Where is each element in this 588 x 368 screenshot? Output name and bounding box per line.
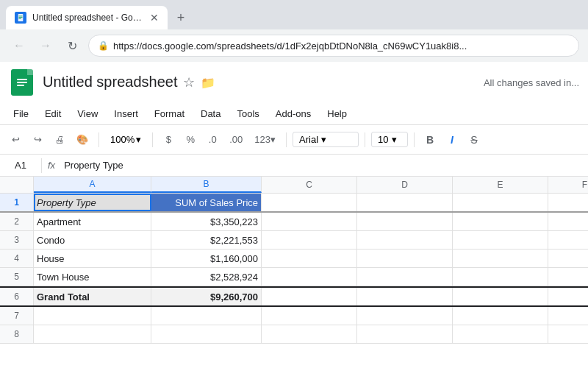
menu-edit[interactable]: Edit — [37, 105, 68, 122]
menu-data[interactable]: Data — [193, 105, 228, 122]
cell-f6[interactable] — [548, 288, 588, 305]
cell-a6[interactable]: Grand Total — [34, 288, 151, 305]
cell-d3[interactable] — [357, 231, 453, 249]
strikethrough-button[interactable]: S — [465, 130, 484, 149]
col-header-f[interactable]: F — [548, 177, 588, 193]
decimal-dec-button[interactable]: .00 — [225, 130, 247, 149]
cell-f3[interactable] — [548, 231, 588, 249]
cell-c1[interactable] — [262, 194, 357, 211]
cell-b4[interactable]: $1,160,000 — [151, 250, 262, 267]
italic-button[interactable]: I — [442, 130, 462, 149]
col-header-d[interactable]: D — [357, 177, 453, 193]
cell-a3[interactable]: Condo — [34, 231, 151, 249]
cell-d8[interactable] — [357, 325, 453, 343]
new-tab-button[interactable]: + — [171, 7, 191, 28]
cell-b2[interactable]: $3,350,223 — [151, 213, 262, 230]
cell-d4[interactable] — [357, 250, 453, 267]
cell-f8[interactable] — [548, 325, 588, 343]
cell-a7[interactable] — [34, 307, 151, 325]
cell-e4[interactable] — [453, 250, 548, 267]
cell-b7[interactable] — [151, 307, 262, 325]
back-button[interactable]: ← — [9, 35, 29, 56]
cell-e5[interactable] — [453, 268, 548, 286]
cell-e1[interactable] — [453, 194, 548, 211]
menu-insert[interactable]: Insert — [107, 105, 146, 122]
menu-file[interactable]: File — [6, 105, 36, 122]
active-tab[interactable]: Untitled spreadsheet - Google Sh ✕ — [6, 6, 168, 29]
col-header-e[interactable]: E — [453, 177, 548, 193]
cell-c8[interactable] — [262, 325, 357, 343]
row-num-5[interactable]: 5 — [0, 268, 34, 286]
font-size-select[interactable]: 10 ▾ — [371, 132, 408, 147]
menu-tools[interactable]: Tools — [229, 105, 266, 122]
row-num-4[interactable]: 4 — [0, 250, 34, 267]
cell-c2[interactable] — [262, 213, 357, 230]
star-icon[interactable]: ☆ — [183, 74, 195, 91]
cell-d1[interactable] — [357, 194, 453, 211]
tab-close-button[interactable]: ✕ — [150, 12, 159, 24]
cell-e6[interactable] — [453, 288, 548, 305]
format-123-button[interactable]: 123▾ — [250, 130, 280, 149]
row-num-8[interactable]: 8 — [0, 325, 34, 343]
row-num-6[interactable]: 6 — [0, 288, 34, 305]
cell-e8[interactable] — [453, 325, 548, 343]
cell-reference[interactable]: A1 — [6, 160, 35, 171]
col-header-b[interactable]: B — [151, 177, 262, 193]
col-header-c[interactable]: C — [262, 177, 357, 193]
bold-button[interactable]: B — [420, 130, 440, 149]
cell-e7[interactable] — [453, 307, 548, 325]
cell-a4[interactable]: House — [34, 250, 151, 267]
menu-view[interactable]: View — [70, 105, 105, 122]
cell-c6[interactable] — [262, 288, 357, 305]
cell-f1[interactable] — [548, 194, 588, 211]
percent-button[interactable]: % — [181, 130, 200, 149]
currency-button[interactable]: $ — [159, 130, 178, 149]
col-header-a[interactable]: A — [34, 177, 151, 193]
cell-a2[interactable]: Apartment — [34, 213, 151, 230]
decimal-inc-button[interactable]: .0 — [203, 130, 222, 149]
cell-b8[interactable] — [151, 325, 262, 343]
cell-a8[interactable] — [34, 325, 151, 343]
menu-addons[interactable]: Add-ons — [268, 105, 318, 122]
row-num-2[interactable]: 2 — [0, 213, 34, 230]
undo-button[interactable]: ↩ — [6, 130, 25, 149]
cell-e2[interactable] — [453, 213, 548, 230]
formula-bar-separator — [41, 158, 42, 173]
row-num-1[interactable]: 1 — [0, 194, 34, 211]
cell-d5[interactable] — [357, 268, 453, 286]
cell-c4[interactable] — [262, 250, 357, 267]
print-button[interactable]: 🖨 — [50, 130, 69, 149]
forward-button[interactable]: → — [35, 35, 56, 56]
cell-d7[interactable] — [357, 307, 453, 325]
cell-c3[interactable] — [262, 231, 357, 249]
redo-button[interactable]: ↪ — [28, 130, 47, 149]
menu-format[interactable]: Format — [147, 105, 192, 122]
cell-c5[interactable] — [262, 268, 357, 286]
cell-e3[interactable] — [453, 231, 548, 249]
address-field[interactable]: 🔒 https://docs.google.com/spreadsheets/d… — [88, 35, 579, 57]
cell-b3[interactable]: $2,221,553 — [151, 231, 262, 249]
cell-a1[interactable]: Property Type — [34, 194, 151, 211]
menu-help[interactable]: Help — [320, 105, 354, 122]
cell-f2[interactable] — [548, 213, 588, 230]
zoom-select[interactable]: 100% ▾ — [105, 132, 146, 147]
row-num-7[interactable]: 7 — [0, 307, 34, 325]
font-select[interactable]: Arial ▾ — [293, 132, 359, 147]
cell-d2[interactable] — [357, 213, 453, 230]
cell-f4[interactable] — [548, 250, 588, 267]
cell-f7[interactable] — [548, 307, 588, 325]
formula-content[interactable]: Property Type — [61, 160, 582, 171]
reload-button[interactable]: ↻ — [62, 35, 82, 56]
cell-b6[interactable]: $9,260,700 — [151, 288, 262, 305]
cell-d6[interactable] — [357, 288, 453, 305]
svg-rect-1 — [19, 16, 23, 17]
paint-format-button[interactable]: 🎨 — [72, 130, 93, 149]
cell-b5[interactable]: $2,528,924 — [151, 268, 262, 286]
row-num-3[interactable]: 3 — [0, 231, 34, 249]
cell-a5[interactable]: Town House — [34, 268, 151, 286]
cell-b1[interactable]: SUM of Sales Price — [151, 194, 262, 211]
folder-icon[interactable]: 📁 — [201, 76, 215, 90]
cell-f5[interactable] — [548, 268, 588, 286]
cell-c7[interactable] — [262, 307, 357, 325]
spreadsheet-title[interactable]: Untitled spreadsheet — [43, 74, 177, 91]
